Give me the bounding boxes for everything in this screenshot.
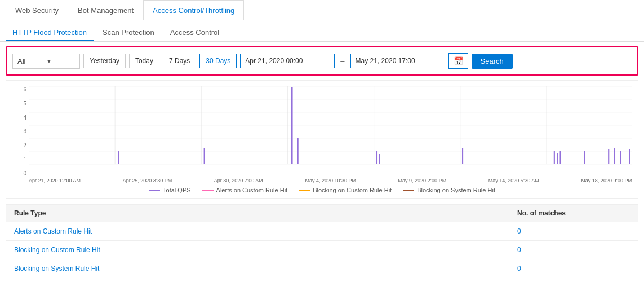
legend-label-alerts-custom: Alerts on Custom Rule Hit [216, 187, 288, 193]
svg-rect-14 [204, 148, 205, 164]
svg-rect-23 [584, 151, 585, 164]
table-row: Blocking on System Rule Hit 0 [6, 259, 638, 278]
svg-rect-15 [291, 87, 293, 164]
calendar-icon-button[interactable]: 📅 [448, 53, 468, 69]
btn-30days[interactable]: 30 Days [199, 54, 237, 68]
svg-rect-20 [554, 151, 555, 164]
filter-select[interactable]: All ▼ [12, 54, 80, 69]
svg-rect-18 [379, 154, 380, 164]
legend-label-total-qps: Total QPS [163, 187, 191, 193]
date-end-input[interactable] [350, 54, 445, 68]
tab-access-control-throttling[interactable]: Access Control/Throttling [143, 0, 244, 20]
legend-line-alerts-custom [202, 190, 214, 191]
svg-rect-17 [376, 151, 377, 164]
table-cell-matches-2: 0 [517, 246, 630, 254]
x-label-3: May 4, 2020 10:30 PM [305, 178, 356, 183]
x-label-0: Apr 21, 2020 12:00 AM [29, 178, 81, 183]
svg-rect-22 [559, 151, 561, 164]
legend-label-blocking-custom: Blocking on Custom Rule Hit [313, 187, 392, 193]
legend-alerts-custom: Alerts on Custom Rule Hit [202, 187, 288, 193]
svg-rect-19 [462, 148, 463, 164]
y-label-5: 5 [23, 100, 26, 107]
legend-blocking-custom: Blocking on Custom Rule Hit [299, 187, 392, 193]
table-header-matches: No. of matches [517, 209, 630, 217]
y-label-4: 4 [23, 115, 26, 121]
tab-web-security[interactable]: Web Security [6, 0, 68, 20]
legend-blocking-system: Blocking on System Rule Hit [403, 187, 495, 193]
btn-today[interactable]: Today [129, 54, 159, 68]
top-tab-bar: Web Security Bot Management Access Contr… [0, 0, 644, 20]
x-label-2: Apr 30, 2020 7:00 AM [214, 178, 263, 183]
legend-total-qps: Total QPS [149, 187, 191, 193]
date-start-input[interactable] [240, 54, 335, 68]
chevron-down-icon: ▼ [46, 58, 75, 64]
x-axis-labels: Apr 21, 2020 12:00 AM Apr 25, 2020 3:30 … [12, 178, 632, 183]
table-cell-rule-3[interactable]: Blocking on System Rule Hit [14, 265, 517, 272]
btn-7days[interactable]: 7 Days [163, 54, 196, 68]
table-cell-matches-1: 0 [517, 227, 630, 235]
x-label-6: May 18, 2020 9:00 PM [581, 178, 632, 183]
svg-rect-13 [118, 151, 119, 164]
table-row: Alerts on Custom Rule Hit 0 [6, 222, 638, 241]
table-header-rule-type: Rule Type [14, 209, 517, 217]
filter-bar: All ▼ Yesterday Today 7 Days 30 Days – 📅… [6, 46, 638, 76]
x-label-1: Apr 25, 2020 3:30 PM [123, 178, 172, 183]
table-cell-rule-2[interactable]: Blocking on Custom Rule Hit [14, 246, 517, 254]
subtab-http-flood-protection[interactable]: HTTP Flood Protection [6, 25, 94, 41]
y-label-6: 6 [23, 86, 26, 93]
svg-rect-27 [629, 149, 630, 164]
search-button[interactable]: Search [472, 54, 513, 69]
subtab-scan-protection[interactable]: Scan Protection [96, 25, 161, 41]
svg-rect-26 [620, 151, 621, 164]
x-label-4: May 9, 2020 2:00 PM [398, 178, 447, 183]
svg-rect-21 [557, 153, 558, 164]
chart-legend: Total QPS Alerts on Custom Rule Hit Bloc… [12, 187, 632, 197]
chart-container: 6 5 4 3 2 1 0 [6, 80, 638, 199]
y-label-0: 0 [23, 170, 26, 177]
date-separator: – [338, 57, 347, 65]
chart-svg [29, 86, 632, 165]
subtab-access-control[interactable]: Access Control [163, 25, 226, 41]
sub-tab-bar: HTTP Flood Protection Scan Protection Ac… [0, 20, 644, 42]
table-header: Rule Type No. of matches [6, 205, 638, 222]
tab-bot-management[interactable]: Bot Management [68, 0, 143, 20]
legend-line-blocking-custom [299, 190, 310, 191]
svg-rect-25 [614, 148, 615, 164]
svg-rect-24 [608, 149, 609, 164]
chart-svg-area [29, 86, 632, 165]
svg-rect-16 [297, 138, 299, 164]
btn-yesterday[interactable]: Yesterday [83, 54, 126, 68]
table-row: Blocking on Custom Rule Hit 0 [6, 241, 638, 259]
legend-line-total-qps [149, 190, 160, 191]
filter-select-value: All [17, 57, 46, 65]
table-cell-rule-1[interactable]: Alerts on Custom Rule Hit [14, 227, 517, 235]
y-axis: 6 5 4 3 2 1 0 [12, 86, 29, 177]
table-cell-matches-3: 0 [517, 265, 630, 272]
legend-label-blocking-system: Blocking on System Rule Hit [417, 187, 495, 193]
y-label-2: 2 [23, 142, 26, 148]
y-label-3: 3 [23, 128, 26, 134]
x-label-5: May 14, 2020 5:30 AM [488, 178, 539, 183]
y-label-1: 1 [23, 156, 26, 162]
data-table: Rule Type No. of matches Alerts on Custo… [6, 204, 638, 278]
legend-line-blocking-system [403, 190, 414, 191]
chart-area: 6 5 4 3 2 1 0 [12, 86, 632, 177]
